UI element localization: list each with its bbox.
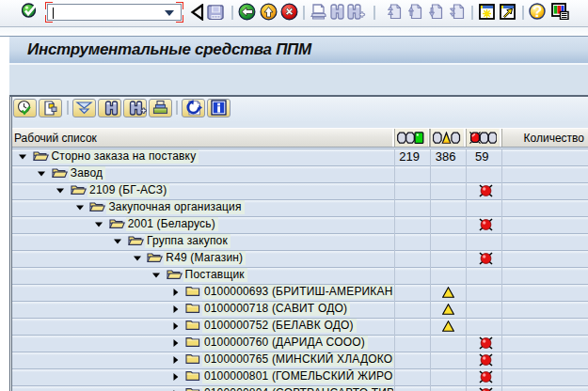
svg-text:?: ?: [532, 3, 542, 20]
